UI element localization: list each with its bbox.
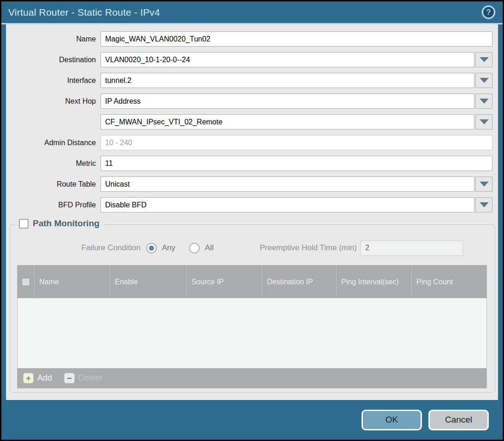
path-monitoring-section: Path Monitoring Failure Condition Any Al…	[10, 224, 495, 393]
next-hop-type-dropdown-button[interactable]	[475, 94, 492, 109]
failure-condition-label: Failure Condition	[10, 243, 146, 253]
form-row-bfd-profile: BFD Profile	[6, 197, 492, 212]
route-table-label: Route Table	[6, 180, 101, 188]
next-hop-label: Next Hop	[6, 97, 101, 106]
destination-input[interactable]	[101, 52, 474, 67]
interface-dropdown-button[interactable]	[475, 73, 492, 88]
dialog-title: Virtual Router - Static Route - IPv4	[8, 7, 160, 18]
next-hop-address-input[interactable]	[101, 114, 474, 129]
form-row-route-table: Route Table	[6, 176, 492, 192]
route-table-input[interactable]	[101, 176, 474, 192]
bfd-profile-dropdown-button[interactable]	[475, 197, 492, 212]
add-button-label: Add	[37, 373, 52, 383]
dialog-content: Name Destination Interface Next Hop Admi…	[6, 24, 498, 400]
form-row-destination: Destination	[6, 52, 492, 67]
preemptive-hold-time-label: Preemptive Hold Time (min)	[260, 243, 357, 253]
form-row-interface: Interface	[6, 73, 492, 88]
table-header-source-ip[interactable]: Source IP	[187, 265, 262, 298]
radio-dot	[149, 246, 154, 251]
path-monitoring-title: Path Monitoring	[33, 218, 100, 229]
metric-label: Metric	[6, 159, 101, 168]
delete-button[interactable]: − Delete	[64, 373, 102, 383]
chevron-down-icon	[480, 99, 489, 104]
ok-button[interactable]: OK	[362, 410, 422, 430]
name-label: Name	[6, 35, 101, 43]
table-header-row: Name Enable Source IP Destination IP Pin…	[18, 265, 486, 298]
chevron-down-icon	[480, 57, 489, 62]
failure-condition-all-radio[interactable]	[189, 243, 200, 253]
admin-distance-input[interactable]	[101, 135, 492, 150]
chevron-down-icon	[480, 182, 489, 187]
metric-input[interactable]	[101, 156, 492, 171]
destination-label: Destination	[6, 56, 101, 64]
chevron-down-icon	[480, 202, 489, 207]
dialog-titlebar: Virtual Router - Static Route - IPv4 ?	[1, 1, 503, 24]
help-icon[interactable]: ?	[482, 6, 495, 19]
table-header-checkbox-cell	[18, 265, 35, 298]
radio-dot	[192, 246, 197, 251]
next-hop-type-input[interactable]	[101, 94, 474, 109]
add-button[interactable]: + Add	[23, 373, 52, 383]
next-hop-address-dropdown-button[interactable]	[475, 114, 492, 129]
chevron-down-icon	[480, 78, 489, 83]
failure-condition-all-label: All	[205, 243, 213, 253]
name-input[interactable]	[101, 31, 492, 47]
interface-input[interactable]	[101, 73, 474, 88]
form-row-metric: Metric	[6, 156, 492, 171]
path-monitoring-checkbox[interactable]	[19, 219, 29, 229]
select-all-checkbox[interactable]	[22, 278, 30, 286]
bfd-profile-input[interactable]	[101, 197, 474, 212]
cancel-button[interactable]: Cancel	[428, 410, 489, 430]
form-row-next-hop: Next Hop	[6, 94, 492, 109]
dialog-footer: OK Cancel	[1, 400, 503, 440]
path-monitoring-legend: Path Monitoring	[15, 218, 104, 229]
table-header-ping-interval[interactable]: Ping Interval(sec)	[337, 265, 412, 298]
table-body-empty	[18, 298, 486, 368]
table-footer-bar: + Add − Delete	[18, 368, 486, 388]
destination-dropdown-button[interactable]	[475, 52, 492, 67]
admin-distance-label: Admin Distance	[6, 139, 101, 147]
plus-icon: +	[23, 373, 34, 383]
table-header-destination-ip[interactable]: Destination IP	[262, 265, 337, 298]
form-row-next-hop-address	[6, 114, 492, 129]
form-row-name: Name	[6, 31, 492, 47]
interface-label: Interface	[6, 76, 101, 85]
failure-condition-row: Failure Condition Any All Preemptive Hol…	[10, 240, 495, 256]
form-row-admin-distance: Admin Distance	[6, 135, 492, 150]
bfd-profile-label: BFD Profile	[6, 201, 101, 209]
static-route-dialog: Virtual Router - Static Route - IPv4 ? N…	[1, 1, 503, 440]
chevron-down-icon	[480, 119, 489, 124]
minus-icon: −	[64, 373, 75, 383]
path-monitoring-table: Name Enable Source IP Destination IP Pin…	[17, 265, 487, 388]
table-header-name[interactable]: Name	[35, 265, 110, 298]
preemptive-hold-time-input[interactable]	[361, 241, 463, 256]
delete-button-label: Delete	[78, 373, 102, 383]
failure-condition-any-radio[interactable]	[146, 243, 157, 253]
failure-condition-any-label: Any	[162, 243, 175, 253]
route-table-dropdown-button[interactable]	[475, 176, 492, 192]
table-header-enable[interactable]: Enable	[110, 265, 187, 298]
table-header-ping-count[interactable]: Ping Count	[412, 265, 486, 298]
